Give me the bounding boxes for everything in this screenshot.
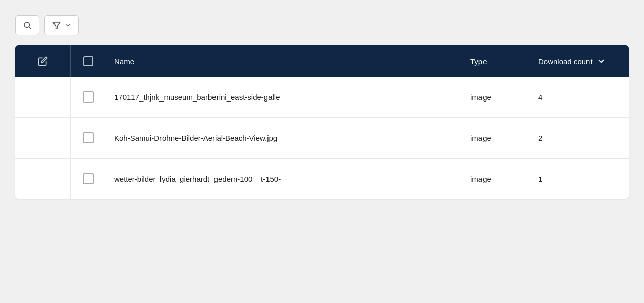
row-checkbox-col-0[interactable] (71, 91, 106, 103)
download-count-column-header: Download count (538, 57, 593, 66)
row-type-1: image (462, 134, 528, 142)
row-download-1: 2 (528, 134, 629, 142)
chevron-down-icon (64, 22, 71, 29)
type-column-header: Type (470, 57, 487, 66)
search-icon (23, 21, 32, 30)
data-table: Name Type Download count 170117_thjnk_mu… (15, 45, 629, 199)
sort-icon (597, 57, 606, 66)
header-edit-col (15, 45, 71, 77)
edit-icon (38, 56, 48, 66)
row-edit-spacer (15, 77, 71, 117)
table-row: wetter-bilder_lydia_gierhardt_gedern-100… (15, 159, 629, 199)
svg-line-1 (29, 27, 31, 29)
row-name-0: 170117_thjnk_museum_barberini_east-side-… (106, 93, 462, 102)
row-download-0: 4 (528, 93, 629, 102)
row-edit-spacer (15, 159, 71, 199)
row-edit-spacer (15, 118, 71, 158)
svg-marker-2 (53, 22, 60, 28)
filter-button[interactable] (44, 15, 79, 35)
row-checkbox-col-2[interactable] (71, 173, 106, 184)
row-download-2: 1 (528, 175, 629, 183)
name-column-header: Name (114, 57, 134, 66)
search-button[interactable] (15, 15, 39, 35)
header-checkbox-col[interactable] (71, 56, 106, 66)
row-checkbox-1[interactable] (83, 132, 94, 143)
table-header: Name Type Download count (15, 45, 629, 77)
header-type-col: Type (462, 57, 528, 66)
row-checkbox-col-1[interactable] (71, 132, 106, 143)
select-all-checkbox[interactable] (83, 56, 93, 66)
row-checkbox-2[interactable] (83, 173, 94, 184)
row-type-0: image (462, 93, 528, 102)
header-download-col[interactable]: Download count (528, 57, 629, 66)
table-row: 170117_thjnk_museum_barberini_east-side-… (15, 77, 629, 118)
row-type-2: image (462, 175, 528, 183)
table-row: Koh-Samui-Drohne-Bilder-Aerial-Beach-Vie… (15, 118, 629, 159)
header-name-col: Name (106, 57, 462, 66)
filter-icon (52, 21, 61, 30)
toolbar (15, 15, 629, 35)
row-name-2: wetter-bilder_lydia_gierhardt_gedern-100… (106, 175, 462, 183)
row-name-1: Koh-Samui-Drohne-Bilder-Aerial-Beach-Vie… (106, 134, 462, 142)
row-checkbox-0[interactable] (83, 91, 94, 103)
